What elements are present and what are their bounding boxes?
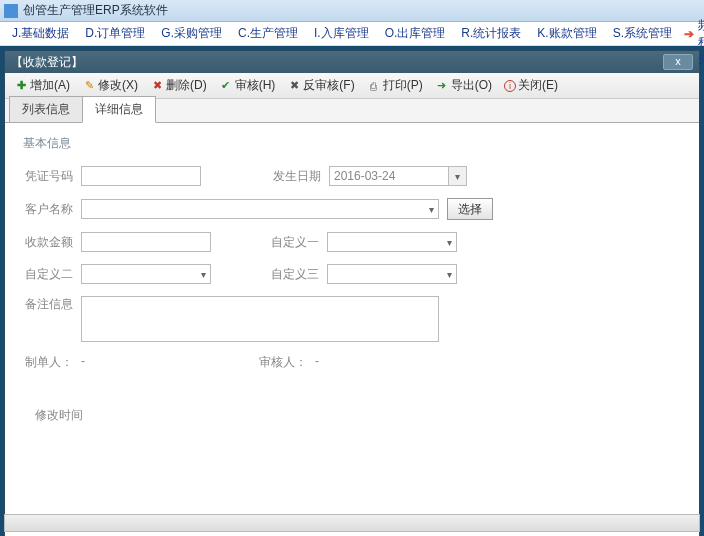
tutorial-link[interactable]: 【视频教程，先看 (698, 0, 704, 68)
edit-button[interactable]: ✎修改(X) (77, 75, 143, 96)
delete-button[interactable]: ✖删除(D) (145, 75, 212, 96)
remark-textarea[interactable] (81, 296, 439, 342)
menu-purchase[interactable]: G.采购管理 (153, 22, 230, 45)
menu-production[interactable]: C.生产管理 (230, 22, 306, 45)
custom2-select[interactable] (81, 264, 211, 284)
tab-detail[interactable]: 详细信息 (82, 96, 156, 123)
tab-list[interactable]: 列表信息 (9, 96, 83, 122)
date-picker-icon[interactable]: ▾ (449, 166, 467, 186)
menu-accounts[interactable]: K.账款管理 (529, 22, 604, 45)
custom3-select[interactable] (327, 264, 457, 284)
auditor-value: - (307, 354, 457, 371)
close-label: 关闭(E) (518, 77, 558, 94)
add-button[interactable]: ✚增加(A) (9, 75, 75, 96)
custom1-label: 自定义一 (263, 234, 319, 251)
export-label: 导出(O) (451, 77, 492, 94)
amount-input[interactable] (81, 232, 211, 252)
app-title-bar: 创管生产管理ERP系统软件 (0, 0, 704, 22)
uncheck-icon: ✖ (287, 79, 301, 93)
inner-close-button[interactable]: x (663, 54, 693, 70)
close-button[interactable]: i关闭(E) (499, 75, 563, 96)
customer-label: 客户名称 (17, 201, 73, 218)
menu-basic-data[interactable]: J.基础数据 (4, 22, 77, 45)
check-icon: ✔ (219, 79, 233, 93)
app-title: 创管生产管理ERP系统软件 (23, 2, 168, 19)
close-icon: i (504, 80, 516, 92)
custom3-label: 自定义三 (263, 266, 319, 283)
audit-label: 审核(H) (235, 77, 276, 94)
edit-label: 修改(X) (98, 77, 138, 94)
amount-label: 收款金额 (17, 234, 73, 251)
arrow-icon: ➔ (680, 27, 698, 41)
delete-label: 删除(D) (166, 77, 207, 94)
occur-date-label: 发生日期 (265, 168, 321, 185)
x-icon: ✖ (150, 79, 164, 93)
main-menu-bar: J.基础数据 D.订单管理 G.采购管理 C.生产管理 I.入库管理 O.出库管… (0, 22, 704, 46)
print-label: 打印(P) (383, 77, 423, 94)
printer-icon: ⎙ (367, 79, 381, 93)
unaudit-button[interactable]: ✖反审核(F) (282, 75, 359, 96)
basic-info-header: 基本信息 (23, 135, 687, 152)
auditor-label: 审核人： (251, 354, 307, 371)
voucher-no-label: 凭证号码 (17, 168, 73, 185)
add-label: 增加(A) (30, 77, 70, 94)
receipt-register-window: 【收款登记】 x ✚增加(A) ✎修改(X) ✖删除(D) ✔审核(H) ✖反审… (4, 50, 700, 536)
audit-button[interactable]: ✔审核(H) (214, 75, 281, 96)
occur-date-input[interactable] (329, 166, 449, 186)
app-icon (4, 4, 18, 18)
status-bar (4, 514, 700, 532)
customer-select[interactable] (81, 199, 439, 219)
unaudit-label: 反审核(F) (303, 77, 354, 94)
tab-bar: 列表信息 详细信息 (5, 99, 699, 123)
menu-system[interactable]: S.系统管理 (605, 22, 680, 45)
menu-reports[interactable]: R.统计报表 (453, 22, 529, 45)
voucher-no-input[interactable] (81, 166, 201, 186)
custom1-select[interactable] (327, 232, 457, 252)
remark-label: 备注信息 (17, 296, 73, 313)
menu-out-stock[interactable]: O.出库管理 (377, 22, 454, 45)
creator-label: 制单人： (17, 354, 73, 371)
creator-value: - (73, 354, 223, 371)
plus-icon: ✚ (14, 79, 28, 93)
menu-order[interactable]: D.订单管理 (77, 22, 153, 45)
export-button[interactable]: ➜导出(O) (430, 75, 497, 96)
modify-time-label: 修改时间 (35, 407, 687, 424)
custom2-label: 自定义二 (17, 266, 73, 283)
menu-in-stock[interactable]: I.入库管理 (306, 22, 377, 45)
select-customer-button[interactable]: 选择 (447, 198, 493, 220)
export-icon: ➜ (435, 79, 449, 93)
inner-window-title: 【收款登记】 (11, 54, 83, 71)
inner-title-bar: 【收款登记】 x (5, 51, 699, 73)
pencil-icon: ✎ (82, 79, 96, 93)
detail-panel: 基本信息 凭证号码 发生日期 ▾ 客户名称 选择 收款金额 自定义一 自定义二 (5, 123, 699, 536)
print-button[interactable]: ⎙打印(P) (362, 75, 428, 96)
